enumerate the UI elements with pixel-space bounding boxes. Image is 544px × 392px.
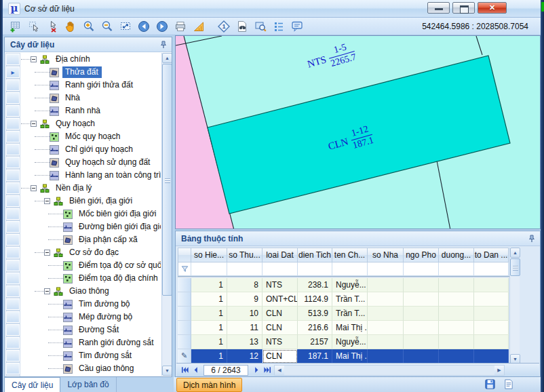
table-row[interactable]: ✎112CLN187.1Mai Thị ... xyxy=(178,349,511,364)
table-cell[interactable]: NTS xyxy=(263,335,298,349)
tab-map-layers[interactable]: Lớp bản đồ xyxy=(60,377,116,392)
title-bar[interactable]: µ Cơ sở dữ liệu ✕ xyxy=(3,0,541,18)
row-selector[interactable] xyxy=(178,292,191,307)
table-row[interactable]: 113NTS2157Nguyễ... xyxy=(178,335,511,349)
table-cell[interactable]: CLN xyxy=(263,321,298,335)
tree-row-gutter[interactable] xyxy=(6,144,20,155)
next-record-icon[interactable] xyxy=(251,365,262,376)
tree-item[interactable]: ▸Thửa đất xyxy=(5,66,161,79)
pin-icon[interactable] xyxy=(159,40,168,50)
first-record-icon[interactable] xyxy=(179,365,190,376)
tree-item[interactable]: Quy hoạch xyxy=(5,117,161,130)
tree-row-gutter[interactable] xyxy=(6,54,20,65)
close-button[interactable]: ✕ xyxy=(478,2,507,14)
column-header[interactable]: to Dan ... xyxy=(474,248,509,262)
clear-selection-icon[interactable] xyxy=(45,19,60,34)
table-cell[interactable]: CLN xyxy=(263,349,298,364)
table-cell[interactable]: 216.6 xyxy=(298,321,332,335)
tree-item[interactable]: Điểm tọa độ địa chính xyxy=(5,272,161,285)
tree-row-gutter[interactable] xyxy=(6,208,20,220)
row-selector[interactable] xyxy=(178,278,191,292)
tree-row-gutter[interactable] xyxy=(6,221,20,233)
tree-row-gutter[interactable] xyxy=(6,324,20,336)
table-cell[interactable] xyxy=(474,335,509,349)
pin-icon[interactable] xyxy=(527,234,537,243)
tree-item[interactable]: Biên giới, địa giới xyxy=(5,195,161,208)
tree-row-gutter[interactable] xyxy=(6,298,20,310)
zoom-out-icon[interactable] xyxy=(100,19,115,34)
table-cell[interactable]: NTS xyxy=(263,278,298,292)
table-scrollbar[interactable]: ▲ ▼ xyxy=(509,248,520,364)
table-cell[interactable]: 13 xyxy=(227,335,263,349)
table-cell[interactable]: 10 xyxy=(227,307,263,321)
tree-row-gutter[interactable]: ▸ xyxy=(6,66,20,78)
scroll-up-icon[interactable]: ▲ xyxy=(162,53,172,63)
table-cell[interactable] xyxy=(368,321,404,335)
expand-toggle[interactable] xyxy=(31,121,37,127)
table-cell[interactable]: 1 xyxy=(191,321,227,335)
table-cell[interactable] xyxy=(368,335,404,349)
zoom-in-icon[interactable] xyxy=(81,19,96,34)
tree-row-gutter[interactable] xyxy=(6,311,20,323)
expand-toggle[interactable] xyxy=(31,185,37,191)
tree-item[interactable]: Tim đường bộ xyxy=(5,298,161,311)
table-cell[interactable] xyxy=(368,349,404,364)
filter-cell[interactable] xyxy=(298,262,332,276)
table-cell[interactable] xyxy=(439,278,474,292)
column-header[interactable]: ten Ch... xyxy=(332,248,368,262)
tree-row-gutter[interactable] xyxy=(6,182,20,194)
pan-tool-icon[interactable] xyxy=(63,19,78,34)
scroll-down-icon[interactable]: ▼ xyxy=(162,366,172,376)
table-cell[interactable]: CLN xyxy=(263,307,298,321)
table-cell[interactable]: Nguyễ... xyxy=(332,278,368,292)
column-header[interactable]: loai Dat xyxy=(263,248,298,262)
tree-scroll-thumb[interactable] xyxy=(162,64,172,296)
table-cell[interactable] xyxy=(368,307,404,321)
expand-toggle[interactable] xyxy=(44,250,50,256)
add-layer-icon[interactable] xyxy=(8,19,23,34)
table-cell[interactable]: Mai Thị ... xyxy=(332,349,368,364)
filter-cell[interactable] xyxy=(332,262,368,276)
column-header[interactable]: ngo Pho xyxy=(404,248,439,262)
screen-translate-button[interactable]: Dịch màn hình xyxy=(176,378,242,392)
table-scroll-thumb[interactable] xyxy=(510,258,520,276)
table-cell[interactable] xyxy=(474,278,509,292)
tree-item[interactable]: Ranh giới đường sắt xyxy=(5,336,161,349)
scroll-up-icon[interactable]: ▲ xyxy=(510,248,520,258)
column-header[interactable]: duong... xyxy=(439,248,474,262)
table-cell[interactable]: 1 xyxy=(191,278,227,292)
table-cell[interactable] xyxy=(439,292,474,307)
minimize-button[interactable] xyxy=(427,2,450,14)
tree-row-gutter[interactable] xyxy=(6,260,20,271)
table-cell[interactable]: 238.1 xyxy=(298,278,332,292)
tree-row-gutter[interactable] xyxy=(6,273,20,284)
tree-item[interactable]: Hành lang an toàn công trình xyxy=(5,169,161,182)
tree-item[interactable]: Thủy hệ xyxy=(5,375,161,376)
search-document-icon[interactable] xyxy=(235,19,250,34)
table-cell[interactable] xyxy=(474,307,509,321)
previous-view-icon[interactable] xyxy=(136,19,151,34)
tree-item[interactable]: Cơ sở đo đạc xyxy=(5,246,161,259)
table-cell[interactable] xyxy=(439,321,474,335)
tree-row-gutter[interactable] xyxy=(6,247,20,258)
table-cell[interactable]: 12 xyxy=(227,349,263,364)
tree-row-gutter[interactable] xyxy=(6,337,20,349)
tree-item[interactable]: Đường Sắt xyxy=(5,324,161,336)
tree-scrollbar[interactable]: ▲ ▼ xyxy=(161,53,172,376)
tree-row-gutter[interactable] xyxy=(6,376,20,376)
measure-icon[interactable] xyxy=(191,19,206,34)
tree-row-gutter[interactable] xyxy=(6,350,20,361)
table-cell[interactable] xyxy=(439,349,474,364)
maximize-button[interactable] xyxy=(452,2,475,14)
row-selector[interactable] xyxy=(178,321,191,335)
tree-item[interactable]: Tim đường sắt xyxy=(5,349,161,362)
filter-cell[interactable] xyxy=(404,262,439,276)
table-cell[interactable]: Trần T... xyxy=(332,307,368,321)
table-cell[interactable] xyxy=(404,349,439,364)
tree-row-gutter[interactable] xyxy=(6,118,20,130)
table-cell[interactable]: 1124.9 xyxy=(298,292,332,307)
tree-item[interactable]: Ranh nhà xyxy=(5,104,161,117)
table-cell[interactable]: ONT+CLN xyxy=(263,292,298,307)
print-icon[interactable] xyxy=(173,19,188,34)
filter-cell[interactable] xyxy=(263,262,298,276)
